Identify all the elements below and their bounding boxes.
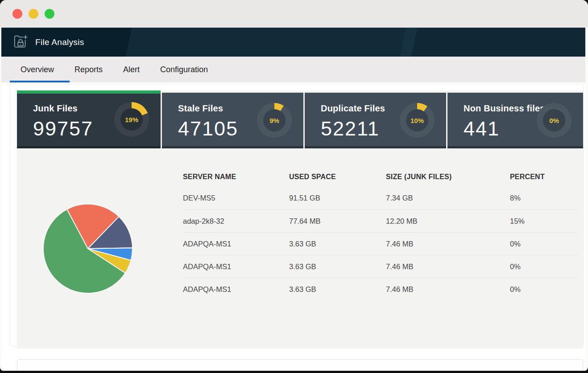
cell-percent: 0%: [510, 262, 578, 271]
table-row[interactable]: ADAPQA-MS1 3.63 GB 7.46 MB 0%: [183, 232, 578, 255]
stat-card-stale-files[interactable]: Stale Files 47105 9%: [162, 93, 303, 148]
stat-card-duplicate-files[interactable]: Duplicate Files 52211 10%: [305, 93, 446, 148]
tab-bar: Overview Reports Alert Configuration: [1, 57, 585, 82]
cell-used-space: 3.63 GB: [289, 285, 386, 294]
cell-used-space: 3.63 GB: [289, 240, 386, 248]
table-row[interactable]: ADAPQA-MS1 3.63 GB 7.46 MB 0%: [183, 278, 578, 300]
cell-server-name: adap-2k8-32: [183, 217, 289, 225]
tab-reports[interactable]: Reports: [64, 57, 113, 82]
stat-cards-row: Junk Files 99757 19% Stale Files 47105 9…: [17, 90, 583, 148]
duplicate-files-gauge: 10%: [400, 103, 435, 138]
cell-percent: 15%: [510, 217, 578, 225]
file-analysis-icon: [13, 35, 28, 50]
stat-card-junk-files[interactable]: Junk Files 99757 19%: [17, 90, 161, 148]
header-decor-stripe: [124, 28, 418, 57]
cell-size-junk: 12.20 MB: [386, 217, 510, 225]
cell-size-junk: 7.46 MB: [386, 262, 510, 271]
junk-files-gauge: 19%: [114, 102, 149, 137]
table-row[interactable]: DEV-MS5 91.51 GB 7.34 GB 8%: [183, 187, 578, 209]
cell-used-space: 77.64 MB: [289, 217, 386, 225]
gauge-percent-label: 0%: [537, 103, 571, 138]
junk-files-panel: Junk Files 99757 19% Stale Files 47105 9…: [17, 90, 583, 348]
cell-size-junk: 7.46 MB: [386, 240, 510, 248]
tab-configuration[interactable]: Configuration: [150, 57, 218, 82]
cell-server-name: DEV-MS5: [183, 194, 289, 202]
cell-percent: 0%: [510, 285, 578, 294]
table-header-row: SERVER NAME USED SPACE SIZE (JUNK FILES)…: [183, 167, 578, 187]
app-window: File Analysis Overview Reports Alert Con…: [0, 0, 588, 371]
close-button[interactable]: [12, 9, 22, 19]
window-titlebar: [0, 0, 588, 28]
overview-content: Junk Files 99757 19% Stale Files 47105 9…: [1, 82, 585, 371]
cell-used-space: 3.63 GB: [289, 262, 386, 271]
gauge-percent-label: 10%: [400, 103, 435, 138]
maximize-button[interactable]: [45, 9, 54, 19]
gauge-percent-label: 9%: [257, 103, 292, 138]
app-frame: File Analysis Overview Reports Alert Con…: [1, 28, 585, 371]
header-decor-stripe-2: [398, 28, 585, 57]
tab-overview[interactable]: Overview: [10, 57, 64, 82]
cell-size-junk: 7.34 GB: [386, 194, 510, 202]
table-row[interactable]: adap-2k8-32 77.64 MB 12.20 MB 15%: [183, 209, 578, 232]
table-row[interactable]: ADAPQA-MS1 3.63 GB 7.46 MB 0%: [183, 255, 578, 278]
non-business-files-gauge: 0%: [537, 103, 571, 138]
minimize-button[interactable]: [29, 9, 38, 19]
col-header-server-name: SERVER NAME: [183, 173, 289, 181]
cell-used-space: 91.51 GB: [289, 194, 386, 202]
secondary-panel: [17, 359, 583, 371]
app-header: File Analysis: [1, 28, 585, 57]
col-header-percent: PERCENT: [510, 173, 578, 181]
junk-files-table: SERVER NAME USED SPACE SIZE (JUNK FILES)…: [183, 167, 578, 300]
cell-percent: 8%: [510, 194, 578, 202]
tab-alert[interactable]: Alert: [113, 57, 150, 82]
junk-files-pie-chart[interactable]: [42, 203, 134, 295]
col-header-size-junk: SIZE (JUNK FILES): [386, 173, 510, 181]
stat-card-non-business-files[interactable]: Non Business files 441 0%: [447, 93, 583, 148]
cell-server-name: ADAPQA-MS1: [183, 262, 289, 271]
cell-size-junk: 7.46 MB: [386, 285, 510, 294]
page-title: File Analysis: [35, 37, 84, 47]
stale-files-gauge: 9%: [257, 103, 292, 138]
cell-server-name: ADAPQA-MS1: [183, 285, 289, 294]
cell-percent: 0%: [510, 240, 578, 248]
gauge-percent-label: 19%: [114, 102, 149, 137]
col-header-used-space: USED SPACE: [289, 173, 386, 181]
cell-server-name: ADAPQA-MS1: [183, 240, 289, 248]
